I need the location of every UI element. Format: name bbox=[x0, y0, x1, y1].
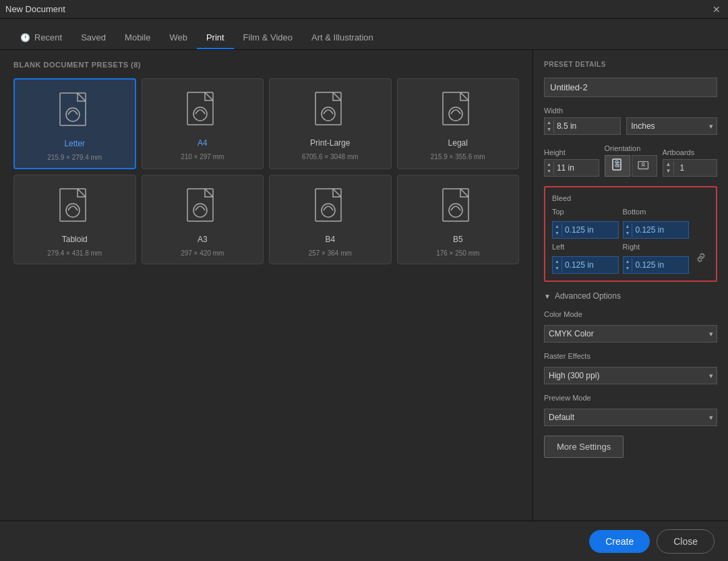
footer-bar: Create Close bbox=[0, 521, 728, 561]
orientation-field: Orientation bbox=[605, 144, 657, 177]
height-field: Height ▲ ▼ bbox=[544, 148, 599, 177]
preset-icon-letter bbox=[53, 90, 96, 134]
preset-dims-print-large: 6705.6 × 3048 mm bbox=[302, 153, 359, 160]
advanced-options-toggle[interactable]: ▼ Advanced Options bbox=[544, 291, 717, 301]
bleed-bottom-increment[interactable]: ▲ bbox=[624, 223, 632, 230]
bleed-top-increment[interactable]: ▲ bbox=[553, 223, 562, 230]
height-decrement[interactable]: ▼ bbox=[545, 168, 553, 175]
height-orientation-row: Height ▲ ▼ Orientation bbox=[544, 144, 717, 177]
raster-effects-label: Raster Effects bbox=[544, 352, 717, 360]
bleed-right-field: Right ▲ ▼ bbox=[623, 243, 690, 274]
raster-effects-select[interactable]: High (300 ppi) Medium (150 ppi) Low (72 … bbox=[544, 367, 717, 384]
color-mode-section: Color Mode CMYK Color RGB Color bbox=[544, 310, 717, 343]
bleed-left-decrement[interactable]: ▼ bbox=[553, 265, 562, 272]
bleed-grid: Top ▲ ▼ Bottom ▲ ▼ bbox=[552, 208, 709, 274]
preset-card-tabloid[interactable]: Tabloid 279.4 × 431.8 mm bbox=[13, 175, 136, 264]
height-label: Height bbox=[544, 148, 599, 156]
unit-select[interactable]: Inches Centimeters Millimeters Points Pi… bbox=[626, 117, 717, 135]
preset-icon-b4 bbox=[309, 186, 352, 229]
window-title: New Document bbox=[5, 4, 65, 14]
bleed-left-label: Left bbox=[552, 243, 619, 251]
preview-mode-select-wrap: Default Pixel Overprint bbox=[544, 409, 717, 426]
bleed-section: Bleed Top ▲ ▼ Bottom bbox=[544, 186, 717, 282]
artboards-input[interactable] bbox=[675, 160, 702, 176]
bleed-right-input[interactable] bbox=[632, 257, 688, 273]
portrait-button[interactable] bbox=[605, 155, 630, 177]
preset-card-a3[interactable]: A3 297 × 420 mm bbox=[142, 175, 264, 264]
bleed-right-input-wrap: ▲ ▼ bbox=[623, 256, 690, 274]
unit-select-wrap: Inches Centimeters Millimeters Points Pi… bbox=[626, 117, 717, 135]
color-mode-label: Color Mode bbox=[544, 310, 717, 318]
main-content: BLANK DOCUMENT PRESETS (8) Letter 215.9 … bbox=[0, 50, 728, 561]
tab-web[interactable]: Web bbox=[160, 26, 197, 49]
bleed-top-decrement[interactable]: ▼ bbox=[553, 230, 562, 237]
bleed-left-spinners: ▲ ▼ bbox=[553, 258, 562, 272]
tab-bar: 🕐 Recent Saved Mobile Web Print Film & V… bbox=[0, 19, 728, 50]
bleed-top-field: Top ▲ ▼ bbox=[552, 208, 619, 239]
artboards-label: Artboards bbox=[663, 148, 718, 156]
preview-mode-label: Preview Mode bbox=[544, 394, 717, 402]
artboards-decrement[interactable]: ▼ bbox=[663, 168, 674, 175]
more-settings-button[interactable]: More Settings bbox=[544, 436, 624, 458]
preset-dims-a3: 297 × 420 mm bbox=[181, 249, 224, 257]
preset-card-print-large[interactable]: Print-Large 6705.6 × 3048 mm bbox=[269, 78, 392, 169]
color-mode-select[interactable]: CMYK Color RGB Color bbox=[544, 325, 717, 343]
bleed-left-increment[interactable]: ▲ bbox=[553, 258, 562, 265]
preset-card-b5[interactable]: B5 176 × 250 mm bbox=[397, 175, 520, 264]
preset-icon-tabloid bbox=[53, 186, 96, 229]
bleed-top-input[interactable] bbox=[562, 222, 618, 238]
bleed-title: Bleed bbox=[552, 194, 709, 202]
preset-card-legal[interactable]: Legal 215.9 × 355.6 mm bbox=[397, 78, 520, 169]
doc-name-input[interactable] bbox=[544, 78, 717, 97]
create-button[interactable]: Create bbox=[589, 530, 650, 553]
preset-card-b4[interactable]: B4 257 × 364 mm bbox=[269, 175, 392, 264]
bleed-bottom-decrement[interactable]: ▼ bbox=[624, 230, 632, 237]
preset-name-legal: Legal bbox=[448, 138, 468, 148]
bleed-top-input-wrap: ▲ ▼ bbox=[552, 221, 619, 239]
presets-header: BLANK DOCUMENT PRESETS (8) bbox=[13, 61, 519, 69]
width-decrement[interactable]: ▼ bbox=[545, 126, 553, 133]
presets-grid: Letter 215.9 × 279.4 mm A4 210 × 297 mm bbox=[13, 78, 519, 264]
preset-name-letter: Letter bbox=[64, 139, 85, 148]
bleed-link-button[interactable] bbox=[693, 249, 709, 266]
left-panel: BLANK DOCUMENT PRESETS (8) Letter 215.9 … bbox=[0, 50, 533, 561]
width-input[interactable] bbox=[554, 118, 595, 134]
artboards-arrows: ▲ ▼ bbox=[663, 161, 675, 175]
preset-name-b5: B5 bbox=[453, 235, 463, 244]
width-increment[interactable]: ▲ bbox=[545, 119, 553, 126]
doc-name-field bbox=[544, 78, 717, 97]
dialog-close-button[interactable]: Close bbox=[657, 529, 715, 554]
bleed-left-field: Left ▲ ▼ bbox=[552, 243, 619, 274]
bleed-top-label: Top bbox=[552, 208, 619, 216]
tab-film-video[interactable]: Film & Video bbox=[234, 26, 302, 49]
bleed-bottom-spinners: ▲ ▼ bbox=[624, 223, 633, 237]
preset-dims-b5: 176 × 250 mm bbox=[436, 249, 479, 257]
tab-mobile[interactable]: Mobile bbox=[115, 26, 160, 49]
bleed-bottom-input[interactable] bbox=[632, 222, 688, 238]
preset-card-letter[interactable]: Letter 215.9 × 279.4 mm bbox=[13, 78, 136, 169]
preview-mode-select[interactable]: Default Pixel Overprint bbox=[544, 409, 717, 426]
bleed-bottom-field: Bottom ▲ ▼ bbox=[623, 208, 690, 239]
preset-details-label: PRESET DETAILS bbox=[544, 61, 717, 68]
artboards-increment[interactable]: ▲ bbox=[663, 161, 674, 168]
bleed-right-increment[interactable]: ▲ bbox=[624, 258, 632, 265]
orientation-wrap bbox=[605, 155, 657, 177]
preset-name-a4: A4 bbox=[198, 138, 208, 148]
preset-dims-b4: 257 × 364 mm bbox=[309, 249, 352, 257]
preset-icon-a3 bbox=[181, 186, 224, 229]
tab-print[interactable]: Print bbox=[197, 26, 234, 49]
tab-saved[interactable]: Saved bbox=[71, 26, 115, 49]
bleed-right-decrement[interactable]: ▼ bbox=[624, 265, 632, 272]
preset-card-a4[interactable]: A4 210 × 297 mm bbox=[142, 78, 264, 169]
landscape-button[interactable] bbox=[632, 155, 657, 177]
window-close-button[interactable]: ✕ bbox=[710, 3, 723, 16]
tab-recent[interactable]: 🕐 Recent bbox=[11, 26, 71, 49]
bleed-left-input-wrap: ▲ ▼ bbox=[552, 256, 619, 274]
preset-dims-tabloid: 279.4 × 431.8 mm bbox=[47, 249, 102, 257]
tab-art-illustration[interactable]: Art & Illustration bbox=[302, 26, 383, 49]
bleed-left-input[interactable] bbox=[562, 257, 618, 273]
bleed-right-spinners: ▲ ▼ bbox=[624, 258, 633, 272]
preview-mode-section: Preview Mode Default Pixel Overprint bbox=[544, 394, 717, 426]
height-input[interactable] bbox=[554, 160, 595, 176]
height-increment[interactable]: ▲ bbox=[545, 161, 553, 168]
